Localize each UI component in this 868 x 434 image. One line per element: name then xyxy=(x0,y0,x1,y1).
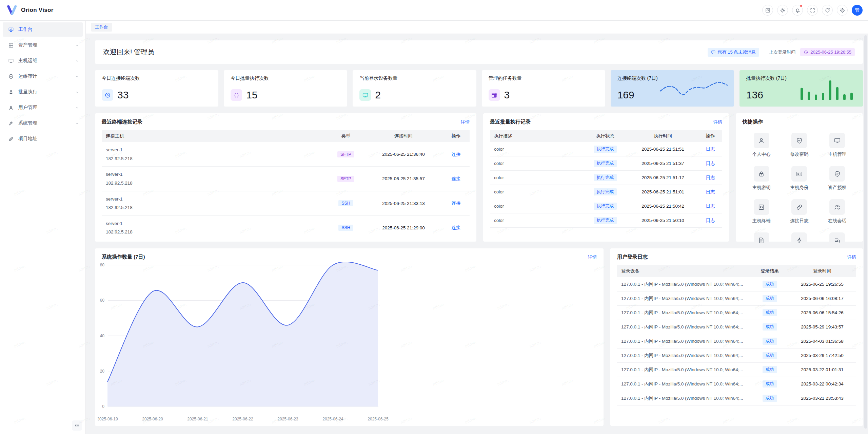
column-header: 登录设备 xyxy=(617,265,751,277)
chevron-down-icon xyxy=(75,43,79,48)
log-link[interactable]: 日志 xyxy=(706,204,715,209)
connection-type-badge: SFTP xyxy=(337,151,354,157)
log-link[interactable]: 日志 xyxy=(706,218,715,223)
sidebar-item[interactable]: 资产管理 xyxy=(3,38,83,52)
code-icon xyxy=(758,204,765,211)
scrollbar[interactable] xyxy=(864,35,867,429)
table-row: server-1182.92.5.218 SFTP 2025-06-25 21:… xyxy=(102,167,470,191)
middle-row: 最近终端连接记录 详情 连接主机 类型 连接时间 操作 xyxy=(95,113,863,242)
quick-actions-panel: 快捷操作 个人中心 修改密码 xyxy=(736,113,863,242)
connect-link[interactable]: 连接 xyxy=(452,152,461,157)
ops-chart-detail-link[interactable]: 详情 xyxy=(588,254,597,260)
nodes-icon xyxy=(8,89,14,95)
user-avatar[interactable]: 管 xyxy=(852,5,863,16)
quick-action-item[interactable]: 主机管理 xyxy=(828,133,846,157)
quick-action-label: 资产授权 xyxy=(828,185,846,191)
sidebar-item-label: 运维审计 xyxy=(18,73,75,79)
exec-status-badge: 执行完成 xyxy=(594,188,617,195)
fullscreen-button[interactable] xyxy=(807,5,818,16)
table-row: color 执行完成 2025-06-25 21:50:42 日志 xyxy=(490,199,722,213)
monitor-icon xyxy=(362,92,369,98)
sidebar-item[interactable]: 运维审计 xyxy=(3,69,83,83)
log-link[interactable]: 日志 xyxy=(706,175,715,180)
batch-records-table: 执行描述 执行状态 执行时间 操作 color 执行完成 xyxy=(490,130,722,228)
table-row: server-1182.92.5.218 SFTP 2025-06-25 21:… xyxy=(102,142,470,167)
sidebar-item[interactable]: 工作台 xyxy=(3,22,83,37)
ops-chart-panel: 系统操作数量 (7日) 详情 0204060802025-06-192025-0… xyxy=(95,248,604,426)
sidebar-item[interactable]: 系统管理 xyxy=(3,116,83,130)
exec-time: 2025-06-25 21:51:17 xyxy=(627,171,698,185)
link-icon xyxy=(796,204,803,211)
connect-link[interactable]: 连接 xyxy=(452,201,461,206)
quick-action-item[interactable]: 资产授权 xyxy=(828,166,846,191)
batch-records-detail-link[interactable]: 详情 xyxy=(713,119,722,125)
column-header: 登录时间 xyxy=(788,265,856,277)
clock-icon xyxy=(804,50,808,55)
welcome-card: 欢迎回来! 管理员 您有 15 条未读消息 上次登录时间 2025-06-25 … xyxy=(95,40,863,64)
exec-status-badge: 执行完成 xyxy=(594,160,617,167)
quick-action-label: 个人中心 xyxy=(752,151,771,157)
quick-action-item[interactable]: 主机终端 xyxy=(752,199,771,224)
header-actions: 管 xyxy=(758,5,863,16)
login-time: 2025-03-22 01:01:31 xyxy=(788,363,856,377)
log-link[interactable]: 日志 xyxy=(706,189,715,194)
login-time: 2025-06-06 15:54:26 xyxy=(788,306,856,320)
log-link[interactable]: 日志 xyxy=(706,147,715,152)
settings-button[interactable] xyxy=(837,5,848,16)
quick-action-item[interactable]: 连接日志 xyxy=(790,199,808,224)
theme-button[interactable] xyxy=(777,5,788,16)
monitor-icon xyxy=(8,58,14,64)
column-header: 执行状态 xyxy=(583,130,627,142)
connect-link[interactable]: 连接 xyxy=(452,225,461,230)
refresh-button[interactable] xyxy=(822,5,833,16)
login-logs-detail-link[interactable]: 详情 xyxy=(847,254,856,260)
terminal-trend-card: 连接终端次数 (7日) 169 xyxy=(611,70,734,107)
stat-card: 当前登录设备数量 2 xyxy=(353,70,476,107)
sidebar-item[interactable]: 用户管理 xyxy=(3,100,83,115)
table-row: color 执行完成 2025-06-25 21:51:37 日志 xyxy=(490,156,722,171)
unread-messages-badge[interactable]: 您有 15 条未读消息 xyxy=(708,48,760,57)
quick-action-item[interactable]: 在线会话 xyxy=(828,199,846,224)
sidebar-item[interactable]: 批量执行 xyxy=(3,85,83,99)
svg-text:2025-06-23: 2025-06-23 xyxy=(277,417,298,421)
connection-time: 2025-06-25 21:29:00 xyxy=(364,215,442,240)
table-row: color 执行完成 2025-06-25 21:50:10 日志 xyxy=(490,213,722,228)
quick-action-item[interactable]: 个人中心 xyxy=(752,133,771,157)
refresh-icon xyxy=(825,7,830,13)
connection-time: 2025-06-25 21:33:13 xyxy=(364,191,442,215)
collapse-sidebar-button[interactable] xyxy=(72,420,82,431)
terminal-records-detail-link[interactable]: 详情 xyxy=(461,119,470,125)
terminal-records-panel: 最近终端连接记录 详情 连接主机 类型 连接时间 操作 xyxy=(95,113,476,242)
panel-title: 最近批量执行记录 xyxy=(490,119,531,125)
host-name: server-1 xyxy=(106,170,323,179)
connection-type-badge: SSH xyxy=(338,200,353,206)
quick-action-item[interactable]: 主机密钥 xyxy=(752,166,771,191)
host-address: 182.92.5.218 xyxy=(106,203,323,212)
stat-card: 今日批量执行次数 15 xyxy=(224,70,347,107)
sidebar-item-label: 主机运维 xyxy=(18,58,75,64)
notifications-button[interactable] xyxy=(792,5,803,16)
login-device: 127.0.0.1 - 内网IP - Mozilla/5.0 (Windows … xyxy=(617,320,751,334)
fullscreen-icon xyxy=(810,7,815,13)
login-result-badge: 成功 xyxy=(763,323,777,331)
quick-action-item[interactable]: 修改密码 xyxy=(790,133,808,157)
sidebar-item-label: 工作台 xyxy=(18,26,75,33)
file-text-icon xyxy=(758,237,765,244)
login-result-badge: 成功 xyxy=(763,366,777,373)
connect-link[interactable]: 连接 xyxy=(452,176,461,181)
svg-text:2025-06-21: 2025-06-21 xyxy=(187,417,208,421)
breadcrumb-item-workbench[interactable]: 工作台 xyxy=(91,23,112,32)
sidebar-item[interactable]: 主机运维 xyxy=(3,54,83,68)
login-device: 127.0.0.1 - 内网IP - Mozilla/5.0 (Windows … xyxy=(617,348,751,363)
code-button[interactable] xyxy=(762,5,773,16)
login-result-badge: 成功 xyxy=(763,395,777,402)
quick-action-item[interactable]: 主机身份 xyxy=(790,166,808,191)
svg-text:2025-06-19: 2025-06-19 xyxy=(98,417,118,421)
log-link[interactable]: 日志 xyxy=(706,161,715,166)
exec-time: 2025-06-25 21:50:10 xyxy=(627,213,698,228)
sidebar-item[interactable]: 项目地址 xyxy=(3,132,83,146)
host-name: server-1 xyxy=(106,219,323,228)
exec-time: 2025-06-25 21:51:01 xyxy=(627,185,698,199)
login-time: 2025-06-06 16:08:17 xyxy=(788,291,856,306)
login-time: 2025-04-03 01:36:58 xyxy=(788,334,856,348)
